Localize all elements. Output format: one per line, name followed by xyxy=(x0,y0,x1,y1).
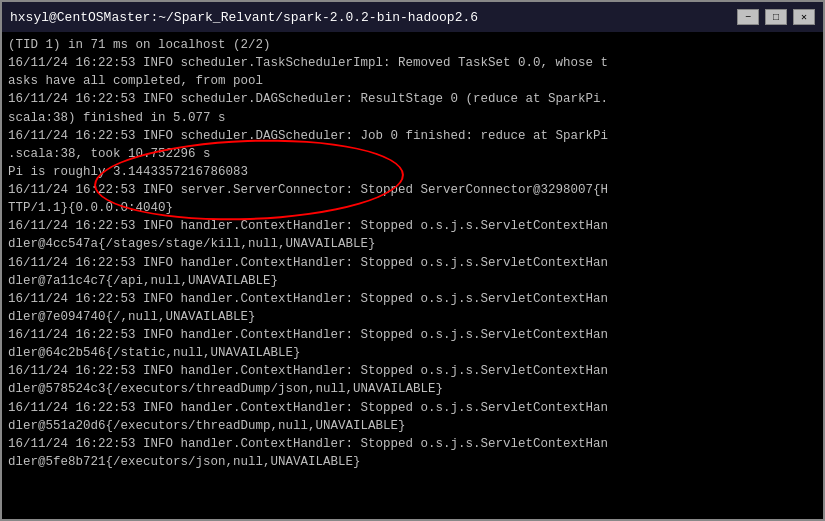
terminal-area[interactable]: (TID 1) in 71 ms on localhost (2/2)16/11… xyxy=(2,32,823,519)
minimize-button[interactable]: − xyxy=(737,9,759,25)
terminal-line: dler@5fe8b721{/executors/json,null,UNAVA… xyxy=(8,453,817,471)
close-button[interactable]: ✕ xyxy=(793,9,815,25)
window-controls: − □ ✕ xyxy=(737,9,815,25)
terminal-line: 16/11/24 16:22:53 INFO scheduler.DAGSche… xyxy=(8,90,817,108)
terminal-line: 16/11/24 16:22:53 INFO scheduler.TaskSch… xyxy=(8,54,817,72)
terminal-line: 16/11/24 16:22:53 INFO handler.ContextHa… xyxy=(8,290,817,308)
terminal-line: dler@7e094740{/,null,UNAVAILABLE} xyxy=(8,308,817,326)
terminal-line: 16/11/24 16:22:53 INFO handler.ContextHa… xyxy=(8,217,817,235)
terminal-line: 16/11/24 16:22:53 INFO handler.ContextHa… xyxy=(8,326,817,344)
terminal-line: .scala:38, took 10.752296 s xyxy=(8,145,817,163)
terminal-line: dler@551a20d6{/executors/threadDump,null… xyxy=(8,417,817,435)
window-title: hxsyl@CentOSMaster:~/Spark_Relvant/spark… xyxy=(10,10,478,25)
terminal-line: dler@4cc547a{/stages/stage/kill,null,UNA… xyxy=(8,235,817,253)
terminal-output: (TID 1) in 71 ms on localhost (2/2)16/11… xyxy=(8,36,817,471)
titlebar: hxsyl@CentOSMaster:~/Spark_Relvant/spark… xyxy=(2,2,823,32)
terminal-line: scala:38) finished in 5.077 s xyxy=(8,109,817,127)
terminal-line: dler@7a11c4c7{/api,null,UNAVAILABLE} xyxy=(8,272,817,290)
terminal-window: hxsyl@CentOSMaster:~/Spark_Relvant/spark… xyxy=(0,0,825,521)
terminal-line: 16/11/24 16:22:53 INFO handler.ContextHa… xyxy=(8,435,817,453)
maximize-button[interactable]: □ xyxy=(765,9,787,25)
terminal-line: Pi is roughly 3.14433572167​86083 xyxy=(8,163,817,181)
terminal-line: dler@578524c3{/executors/threadDump/json… xyxy=(8,380,817,398)
terminal-line: (TID 1) in 71 ms on localhost (2/2) xyxy=(8,36,817,54)
terminal-line: 16/11/24 16:22:53 INFO scheduler.DAGSche… xyxy=(8,127,817,145)
terminal-line: 16/11/24 16:22:53 INFO handler.ContextHa… xyxy=(8,254,817,272)
terminal-line: 16/11/24 16:22:53 INFO handler.ContextHa… xyxy=(8,362,817,380)
terminal-line: 16/11/24 16:22:53 INFO handler.ContextHa… xyxy=(8,399,817,417)
terminal-line: 16/11/24 16:22:53 INFO server.ServerConn… xyxy=(8,181,817,199)
terminal-line: asks have all completed, from pool xyxy=(8,72,817,90)
terminal-line: dler@64c2b546{/static,null,UNAVAILABLE} xyxy=(8,344,817,362)
terminal-line: TTP/1.1}{0.0.0.0:4040} xyxy=(8,199,817,217)
